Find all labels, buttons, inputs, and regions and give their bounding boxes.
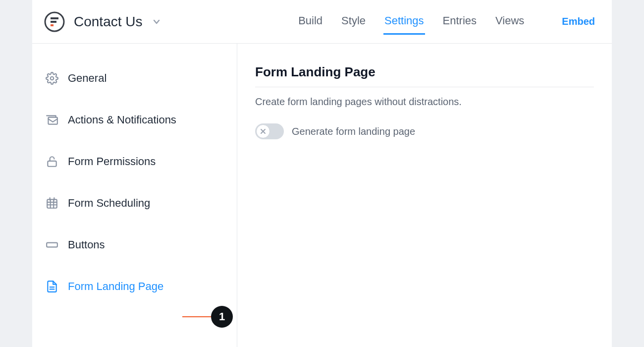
sidebar-item-general[interactable]: General xyxy=(32,58,237,99)
sidebar-item-label: Form Landing Page xyxy=(68,280,163,293)
page-title: Contact Us xyxy=(74,14,143,30)
sidebar-item-label: Buttons xyxy=(68,238,105,251)
calendar-icon xyxy=(45,196,59,210)
app-frame: Contact Us Build Style Settings Entries … xyxy=(32,0,612,347)
svg-rect-14 xyxy=(47,243,57,247)
page-icon xyxy=(45,280,59,293)
sidebar: General Actions & Notifications Form Per… xyxy=(32,44,237,347)
lock-icon xyxy=(45,155,59,169)
header-tabs: Build Style Settings Entries Views Embed xyxy=(297,10,600,33)
section-title: Form Landing Page xyxy=(255,64,594,87)
annotation-badge: 1 xyxy=(211,306,233,328)
mail-icon xyxy=(45,113,59,127)
svg-rect-1 xyxy=(51,17,58,19)
generate-landing-toggle[interactable] xyxy=(255,123,284,139)
title-chevron-down-icon[interactable] xyxy=(152,17,161,27)
sidebar-item-label: Actions & Notifications xyxy=(68,114,176,126)
brand: Contact Us xyxy=(44,11,161,32)
svg-point-4 xyxy=(51,77,54,80)
sidebar-item-label: Form Permissions xyxy=(68,155,156,168)
main-panel: Form Landing Page Create form landing pa… xyxy=(237,44,612,347)
toggle-label: Generate form landing page xyxy=(292,126,415,137)
sidebar-item-buttons[interactable]: Buttons xyxy=(32,224,237,266)
brand-logo-icon xyxy=(44,11,65,32)
svg-rect-7 xyxy=(47,199,57,208)
svg-rect-3 xyxy=(51,24,54,26)
toggle-row: Generate form landing page xyxy=(255,123,594,139)
sidebar-item-scheduling[interactable]: Form Scheduling xyxy=(32,182,237,224)
sidebar-item-actions[interactable]: Actions & Notifications xyxy=(32,99,237,141)
annotation-number: 1 xyxy=(219,310,225,323)
tab-views[interactable]: Views xyxy=(494,10,525,33)
svg-rect-5 xyxy=(48,117,57,124)
svg-rect-6 xyxy=(48,161,56,167)
sidebar-item-permissions[interactable]: Form Permissions xyxy=(32,141,237,182)
gear-icon xyxy=(45,71,59,85)
embed-link[interactable]: Embed xyxy=(562,16,595,27)
tab-settings[interactable]: Settings xyxy=(383,10,425,33)
button-icon xyxy=(45,238,59,252)
toggle-knob xyxy=(256,124,270,138)
tab-build[interactable]: Build xyxy=(297,10,323,33)
svg-rect-2 xyxy=(51,21,56,23)
annotation-line xyxy=(182,316,212,317)
body: General Actions & Notifications Form Per… xyxy=(32,44,612,347)
tab-entries[interactable]: Entries xyxy=(442,10,478,33)
tab-style[interactable]: Style xyxy=(340,10,367,33)
sidebar-item-landing-page[interactable]: Form Landing Page xyxy=(32,266,237,307)
sidebar-item-label: Form Scheduling xyxy=(68,197,150,210)
header: Contact Us Build Style Settings Entries … xyxy=(32,0,612,44)
sidebar-item-label: General xyxy=(68,72,107,85)
close-icon xyxy=(260,128,266,134)
section-description: Create form landing pages without distra… xyxy=(255,96,594,108)
